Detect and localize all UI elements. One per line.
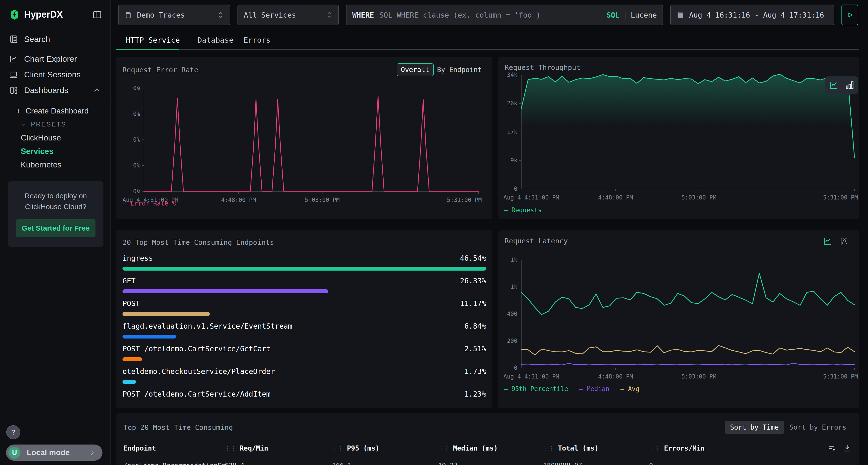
time-range-picker[interactable]: Aug 4 16:31:16 - Aug 4 17:31:16 [670,5,834,25]
table-column-header[interactable]: ⋮⋮Median (ms) [438,444,543,452]
sidebar-item-client-sessions[interactable]: Client Sessions [0,67,111,82]
sql-mode-button[interactable]: SQL [607,11,619,19]
brand: HyperDX [9,9,63,20]
table-column-header[interactable]: ⋮⋮Req/Min [225,444,332,452]
local-mode-label: Local mode [27,448,82,457]
panel-title: Request Throughput [505,63,580,72]
service-select[interactable]: All Services [238,5,339,25]
endpoint-label: oteldemo.CheckoutService/PlaceOrder [123,366,275,377]
panel-title: Request Error Rate [123,66,198,74]
svg-text:Aug 4 4:31:00 PM: Aug 4 4:31:00 PM [503,373,559,380]
sort-by-errors-button[interactable]: Sort by Errors [784,421,851,434]
presets-group-toggle[interactable]: PRESETS [0,118,111,131]
collapse-sidebar-icon[interactable] [92,10,102,20]
help-button[interactable]: ? [6,425,20,439]
legend-item: — Avg [620,385,639,393]
sidebar-item-label: Client Sessions [24,70,81,79]
run-query-button[interactable] [841,5,858,25]
endpoint-row[interactable]: POST /oteldemo.CartService/GetCart2.51% [123,343,486,361]
sidebar-item-services[interactable]: Services [0,144,111,158]
where-input[interactable] [379,10,601,20]
svg-text:5:31:00 PM: 5:31:00 PM [447,197,482,203]
user-menu[interactable]: U Local mode [6,444,102,461]
promo-line2: ClickHouse Cloud? [12,201,99,212]
throughput-chart[interactable]: 09k17k26k34kAug 4 4:31:00 PM4:48:00 PM5:… [502,71,859,202]
endpoint-row[interactable]: GET26.33% [123,275,486,293]
play-icon [846,11,854,19]
error-rate-legend: — Error Rate % [123,200,176,207]
overall-toggle-button[interactable]: Overall [397,63,434,76]
table-cell: 19.37 [438,462,543,465]
legend-item: — Median [579,385,609,393]
table-cell: /oteldemo.RecommendationServ [123,462,225,465]
bar-chart-icon[interactable] [845,80,855,90]
lucene-mode-button[interactable]: Lucene [631,11,657,19]
clickhouse-cloud-promo: Ready to deploy on ClickHouse Cloud? Get… [8,181,103,247]
sidebar-item-dashboards[interactable]: Dashboards [0,82,111,98]
panel-title: 20 Top Most Time Consuming Endpoints [116,230,492,246]
drag-handle-icon[interactable]: ⋮⋮ [543,445,555,452]
plus-icon [15,108,22,114]
chevron-right-icon [89,449,96,457]
sidebar-item-kubernetes[interactable]: Kubernetes [0,158,111,171]
endpoint-percent: 6.84% [464,321,486,332]
svg-text:0%: 0% [133,85,140,92]
sidebar-item-chart-explorer[interactable]: Chart Explorer [0,51,111,67]
sidebar-item-search[interactable]: Search [0,31,111,47]
tab-underline-track [116,49,859,50]
error-rate-chart[interactable]: 0%0%0%0%0%Aug 4 4:31:00 PM4:48:00 PM5:03… [121,84,483,205]
table-column-header[interactable]: ⋮⋮Total (ms) [543,444,649,452]
sidebar: HyperDX Search Chart Explorer [0,0,111,465]
query-language-toggle: SQL | Lucene [607,11,657,19]
source-select[interactable]: Demo Traces [118,5,230,25]
drag-handle-icon[interactable]: ⋮⋮ [225,445,236,452]
endpoint-row[interactable]: POST /oteldemo.CartService/AddItem1.23% [123,389,486,400]
endpoint-bar [123,289,486,293]
chart-explorer-icon [9,55,18,64]
drag-handle-icon[interactable]: ⋮⋮ [649,445,661,452]
sidebar-section-search: Search [0,29,111,49]
tab-http-service[interactable]: HTTP Service [126,36,180,44]
svg-text:0%: 0% [133,162,140,169]
chart-type-toolbar [823,236,849,246]
by-endpoint-toggle-button[interactable]: By Endpoint [434,64,485,76]
drag-handle-icon[interactable]: ⋮⋮ [438,445,450,452]
sidebar-section-main: Chart Explorer Client Sessions Dashboard… [0,49,111,100]
drag-handle-icon[interactable]: ⋮⋮ [332,445,344,452]
endpoint-row[interactable]: oteldemo.CheckoutService/PlaceOrder1.73% [123,366,486,384]
tab-database[interactable]: Database [197,36,234,44]
sidebar-item-clickhouse[interactable]: ClickHouse [0,131,111,144]
sort-by-time-button[interactable]: Sort by Time [725,421,784,434]
tab-errors[interactable]: Errors [244,36,271,44]
error-rate-view-toggle: Overall By Endpoint [397,63,485,76]
endpoint-percent: 26.33% [460,275,486,287]
line-chart-icon[interactable] [829,80,839,90]
get-started-button[interactable]: Get Started for Free [16,219,95,237]
table-column-header[interactable]: Endpoint [123,444,225,452]
endpoint-row[interactable]: flagd.evaluation.v1.Service/EventStream6… [123,321,486,338]
create-dashboard-button[interactable]: Create Dashboard [0,104,111,118]
histogram-icon[interactable] [840,236,849,246]
download-icon[interactable] [843,444,851,453]
hyperdx-logo-icon [9,9,20,20]
endpoint-row[interactable]: POST11.17% [123,298,486,316]
legend-item: — Error Rate % [123,200,176,207]
database-icon [124,11,132,19]
svg-text:17k: 17k [507,129,518,135]
rows-settings-icon[interactable] [828,444,836,453]
endpoint-label: GET [123,275,135,287]
table-cell: 1808098.97 [543,462,649,465]
endpoint-row[interactable]: ingress46.54% [123,253,486,271]
table-row[interactable]: /oteldemo.RecommendationServ639.4166.119… [123,462,851,465]
chevron-up-icon[interactable] [92,86,101,95]
table-cell: 0 [649,462,851,465]
svg-text:5:31:00 PM: 5:31:00 PM [823,373,858,380]
table-column-header[interactable]: ⋮⋮Errors/Min [649,444,828,452]
svg-text:5:03:00 PM: 5:03:00 PM [305,197,340,203]
select-chevrons-icon [326,11,333,19]
line-chart-icon[interactable] [823,236,832,246]
latency-chart[interactable]: 02004001k1kAug 4 4:31:00 PM4:48:00 PM5:0… [502,256,859,381]
table-column-header[interactable]: ⋮⋮P95 (ms) [332,444,438,452]
table-cell: 639.4 [225,462,332,465]
latency-legend: — 95th Percentile— Median— Avg [504,385,640,393]
